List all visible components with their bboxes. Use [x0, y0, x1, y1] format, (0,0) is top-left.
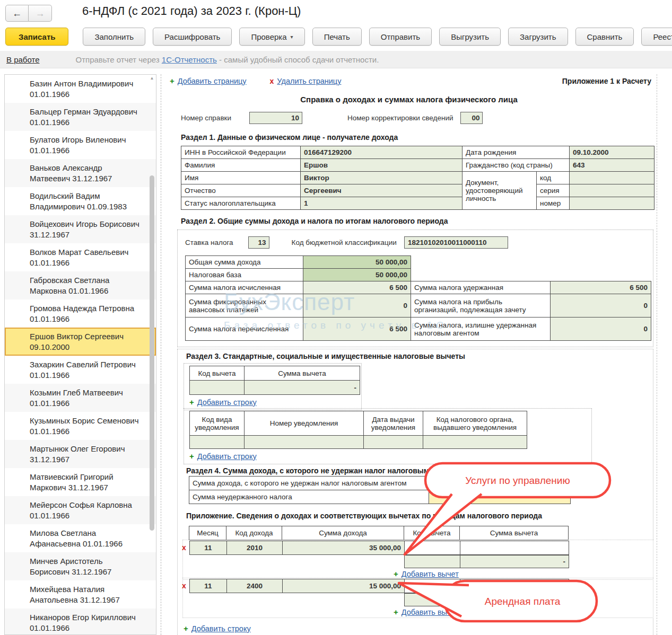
list-item[interactable]: Водильский Вадим Владимирович 01.09.1983 [5, 187, 156, 215]
tax-excess-field[interactable]: 0 [551, 318, 651, 341]
correction-label: Номер корректировки сведений [347, 114, 453, 122]
deduction-sum-field[interactable]: - [460, 594, 569, 606]
notif-date-field[interactable] [364, 436, 423, 449]
income-code-field[interactable]: 2010 [227, 541, 283, 555]
add-row-label: Добавить строку [197, 452, 257, 461]
list-item[interactable]: Базин Антон Владимирович 01.01.1966 [5, 75, 156, 103]
citizenship-field[interactable]: 643 [570, 159, 654, 172]
taxpayer-status-field[interactable]: 1 [301, 197, 462, 210]
inn-field[interactable]: 016647129200 [301, 146, 462, 159]
list-item[interactable]: Козьмин Глеб Матвеевич 01.01.1966 [5, 384, 156, 412]
export-button[interactable]: Выгрузить [439, 28, 501, 46]
notif-number-field[interactable] [245, 436, 364, 449]
deduction-code-field[interactable] [405, 594, 460, 606]
add-page-link[interactable]: + Добавить страницу [170, 76, 247, 85]
decipher-button[interactable]: Расшифровать [153, 28, 232, 46]
list-item[interactable]: Бальцер Герман Эдуардович 01.01.1966 [5, 103, 156, 131]
month-field[interactable]: 11 [190, 541, 227, 555]
status-state-link[interactable]: В работе [6, 55, 40, 64]
list-item[interactable]: Кузьминых Борис Семенович 01.01.1966 [5, 412, 156, 440]
list-item[interactable]: Мейерсон Софья Карловна 01.01.1966 [5, 496, 156, 524]
deduction-sum-cell[interactable] [460, 541, 569, 555]
list-item[interactable]: Мартынюк Олег Егорович 31.12.1967 [5, 440, 156, 468]
doc-code-field[interactable] [570, 172, 654, 184]
deduction-code-cell[interactable] [405, 579, 460, 593]
add-deduction-row-link[interactable]: + Добавить строку [189, 398, 359, 407]
plus-icon: + [170, 76, 174, 85]
list-item[interactable]: Матвиевский Григорий Маркович 31.12.1967 [5, 468, 156, 496]
save-button[interactable]: Записать [5, 28, 68, 46]
deduction-sum-field[interactable]: - [245, 381, 360, 395]
1c-reporting-link[interactable]: 1С-Отчетность [162, 55, 217, 64]
lastname-field[interactable]: Ершов [301, 159, 462, 172]
total-income-field[interactable]: 50 000,00 [303, 256, 411, 269]
list-item[interactable]: Ваньков Александр Матвеевич 31.12.1967 [5, 159, 156, 187]
list-item[interactable]: Громова Надежда Петровна 01.01.1966 [5, 299, 156, 328]
print-button[interactable]: Печать [312, 28, 362, 46]
add-income-row-link[interactable]: + Добавить строку [184, 624, 251, 633]
section3-title: Раздел 3. Стандартные, социальные и имущ… [186, 352, 465, 360]
month-field[interactable]: 11 [190, 579, 227, 593]
notif-kind-field[interactable] [190, 436, 245, 449]
registry-button[interactable]: Реестр [641, 28, 672, 46]
list-item[interactable]: Булатов Игорь Виленович 01.01.1966 [5, 131, 156, 159]
back-button[interactable]: ← [5, 5, 29, 22]
list-item-selected[interactable]: Ершов Виктор Сергеевич 09.10.2000 [5, 328, 156, 356]
birth-field[interactable]: 09.10.2000 [570, 146, 654, 159]
delete-page-link[interactable]: x Удалить страницу [270, 77, 342, 85]
deduction-code-field[interactable] [190, 381, 245, 395]
compare-button[interactable]: Сравнить [575, 28, 634, 46]
deduction-sum-cell[interactable] [460, 579, 569, 593]
tax-transferred-field[interactable]: 6 500 [303, 318, 411, 341]
check-button[interactable]: Проверка ▾ [239, 28, 304, 46]
correction-field[interactable]: 00 [460, 112, 483, 124]
tax-rate-field[interactable]: 13 [248, 236, 269, 249]
list-item[interactable]: Михейцева Наталия Анатольевна 31.12.1967 [5, 580, 156, 608]
notif-org-field[interactable] [423, 436, 527, 449]
add-notification-row-link[interactable]: + Добавить строку [189, 452, 589, 461]
tax-withheld-field[interactable]: 6 500 [551, 281, 651, 294]
income-sum-field[interactable]: 15 000,00 [283, 579, 405, 593]
delete-row-icon[interactable]: x [182, 543, 186, 552]
deduction-sum-header: Сумма вычета [245, 366, 360, 381]
firstname-field[interactable]: Виктор [301, 172, 462, 184]
deduction-code-field[interactable] [405, 555, 460, 568]
load-button[interactable]: Загрузить [508, 28, 568, 46]
list-item[interactable]: Волков Марат Савельевич 01.01.1966 [5, 243, 156, 271]
scroll-up-icon[interactable]: ▲ [149, 76, 155, 83]
list-item[interactable]: Захаркин Савелий Петрович 01.01.1966 [5, 356, 156, 384]
list-scrollbar[interactable]: ▲ [149, 75, 155, 634]
status-message-prefix: Отправьте отчет через [76, 55, 160, 64]
income-code-field[interactable]: 2400 [227, 579, 283, 593]
kbk-field[interactable]: 18210102010011000110 [404, 236, 508, 249]
delete-row-icon[interactable]: x [182, 581, 186, 590]
list-item[interactable]: Войцехович Игорь Борисович 31.12.1967 [5, 215, 156, 243]
untaxed-income-field[interactable] [429, 477, 571, 490]
scrollbar-thumb[interactable] [150, 175, 154, 531]
deduction-sum-field[interactable]: - [460, 555, 569, 568]
appendix-title: Приложение. Сведения о доходах и соответ… [186, 511, 542, 520]
list-item[interactable]: Габровская Светлана Марковна 01.01.1966 [5, 271, 156, 299]
doc-series-field[interactable] [570, 184, 654, 197]
add-deduction-link[interactable]: + Добавить вычет [394, 607, 653, 616]
list-item[interactable]: Минчев Аристотель Борисович 31.12.1967 [5, 552, 156, 580]
doc-number-field[interactable] [570, 197, 654, 210]
page-title: 6-НДФЛ (с 2021 года) за 2023 г. (Крон-Ц) [82, 4, 301, 18]
rate-row: Ставка налога 13 Код бюджетной классифик… [185, 236, 653, 249]
deduction-code-cell[interactable] [405, 541, 460, 555]
list-item[interactable]: Никаноров Егор Кириллович 01.01.1966 [5, 608, 156, 635]
unwithheld-tax-field[interactable] [429, 490, 571, 504]
tax-calculated-field[interactable]: 6 500 [303, 281, 411, 294]
fixed-advance-field[interactable]: 0 [303, 294, 411, 318]
add-deduction-link[interactable]: + Добавить вычет [394, 569, 653, 578]
fill-button[interactable]: Заполнить [83, 28, 145, 46]
forward-button[interactable]: → [29, 5, 52, 22]
tax-base-field[interactable]: 50 000,00 [303, 269, 411, 281]
send-button[interactable]: Отправить [369, 28, 432, 46]
list-item[interactable]: Милова Светлана Афанасьевна 01.01.1966 [5, 524, 156, 552]
profit-tax-field[interactable]: 0 [551, 294, 651, 318]
unwithheld-tax-label: Сумма неудержанного налога [189, 490, 429, 504]
income-sum-field[interactable]: 35 000,00 [283, 541, 405, 555]
middlename-field[interactable]: Сергеевич [301, 184, 462, 197]
ref-number-field[interactable]: 10 [249, 112, 302, 124]
